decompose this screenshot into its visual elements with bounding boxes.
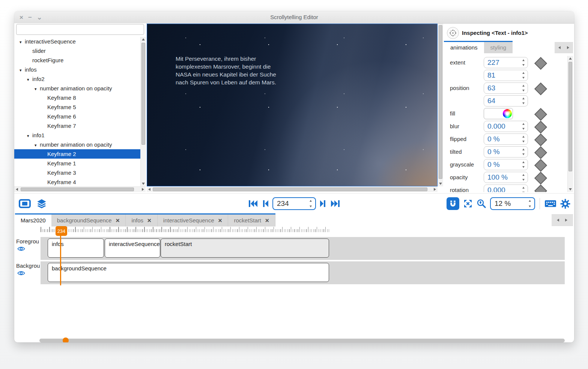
tree-item-number-animation-on-opacity[interactable]: ▾number animation on opacity bbox=[14, 84, 140, 93]
clip-rocketstart[interactable]: rocketStart bbox=[161, 238, 329, 258]
tree-item-infos[interactable]: ▾infos bbox=[14, 65, 140, 74]
property-value-input[interactable] bbox=[484, 95, 528, 106]
previous-frame-button[interactable] bbox=[262, 200, 269, 208]
timeline-tab-interactivesequence[interactable]: interactiveSequence✕ bbox=[158, 214, 229, 226]
track-lane[interactable]: infosinteractiveSequencerocketStart bbox=[41, 237, 565, 260]
minimize-icon[interactable]: − bbox=[28, 14, 32, 21]
property-value-input[interactable] bbox=[484, 184, 528, 192]
keyframe-diamond-button[interactable] bbox=[534, 134, 547, 146]
spin-up-icon[interactable] bbox=[522, 72, 525, 74]
tree-item-slider[interactable]: slider bbox=[14, 46, 140, 56]
spinner-arrows[interactable] bbox=[522, 84, 526, 92]
spinner-arrows[interactable] bbox=[522, 97, 526, 105]
timeline-tab-backgroundsequence[interactable]: backgroundSequence✕ bbox=[51, 214, 126, 226]
spinner-arrows[interactable] bbox=[522, 148, 526, 156]
stage-vertical-scrollbar[interactable] bbox=[438, 24, 443, 186]
spin-down-icon[interactable] bbox=[522, 77, 525, 79]
property-value-input[interactable] bbox=[484, 134, 528, 145]
spin-up-icon[interactable] bbox=[522, 136, 525, 138]
property-value-input[interactable] bbox=[484, 172, 528, 183]
spinner-arrows[interactable] bbox=[522, 122, 526, 130]
expand-caret-icon[interactable]: ▾ bbox=[35, 84, 40, 94]
frame-spinner-arrows[interactable] bbox=[309, 200, 313, 208]
timeline-tabs-scroll-right-icon[interactable] bbox=[565, 219, 567, 222]
keyframe-diamond-button[interactable] bbox=[534, 172, 547, 184]
tabs-scroll-right-icon[interactable] bbox=[567, 46, 569, 49]
playhead-badge[interactable]: 234 bbox=[56, 226, 67, 236]
property-value-input[interactable] bbox=[484, 82, 528, 94]
visibility-toggle[interactable] bbox=[17, 246, 25, 252]
close-tab-icon[interactable]: ✕ bbox=[147, 218, 152, 223]
close-tab-icon[interactable]: ✕ bbox=[116, 218, 120, 223]
tree-item-interactivesequence[interactable]: ▾interactiveSequence bbox=[14, 37, 140, 46]
inspector-vertical-scrollbar[interactable] bbox=[567, 56, 573, 192]
spin-up-icon[interactable] bbox=[522, 187, 525, 189]
spin-up-icon[interactable] bbox=[522, 123, 525, 125]
spinner-arrows[interactable] bbox=[522, 186, 526, 192]
skip-to-end-button[interactable] bbox=[330, 200, 341, 208]
fit-view-button[interactable] bbox=[463, 199, 473, 208]
spin-up-icon[interactable] bbox=[522, 85, 525, 87]
tree-item-keyframe-8[interactable]: Keyframe 8 bbox=[14, 93, 140, 102]
keyframe-diamond-button[interactable] bbox=[534, 159, 547, 172]
close-icon[interactable]: × bbox=[20, 14, 23, 21]
next-frame-button[interactable] bbox=[319, 200, 327, 208]
tree-item-keyframe-6[interactable]: Keyframe 6 bbox=[14, 112, 140, 121]
keyframe-diamond-button[interactable] bbox=[534, 57, 547, 70]
clip-backgroundsequence[interactable]: backgroundSequence bbox=[48, 263, 329, 282]
timeline-tab-mars2020[interactable]: Mars2020 bbox=[15, 214, 51, 226]
expand-caret-icon[interactable]: ▾ bbox=[35, 141, 40, 150]
keyframe-diamond-button[interactable] bbox=[534, 121, 547, 134]
spinner-arrows[interactable] bbox=[522, 135, 526, 143]
timeline-tab-rocketstart[interactable]: rocketStart✕ bbox=[228, 214, 275, 226]
spinner-arrows[interactable] bbox=[522, 71, 526, 80]
zoom-spinner-arrows[interactable] bbox=[528, 200, 532, 208]
fill-color-picker[interactable] bbox=[484, 108, 513, 119]
shade-icon[interactable]: ⌄ bbox=[37, 14, 42, 21]
keyframe-diamond-button[interactable] bbox=[534, 108, 547, 121]
keyframe-diamond-button[interactable] bbox=[534, 82, 547, 95]
settings-button[interactable] bbox=[560, 199, 570, 209]
spin-up-icon[interactable] bbox=[522, 161, 525, 163]
tree-item-info2[interactable]: ▾info2 bbox=[14, 74, 140, 84]
keyframe-diamond-button[interactable] bbox=[534, 146, 547, 159]
clip-interactivesequence[interactable]: interactiveSequence bbox=[105, 238, 160, 258]
property-value-input[interactable] bbox=[484, 159, 528, 170]
skip-to-start-button[interactable] bbox=[248, 200, 258, 208]
property-value-input[interactable] bbox=[484, 121, 528, 132]
slider-handle[interactable] bbox=[63, 338, 69, 342]
shortcuts-button[interactable] bbox=[544, 199, 556, 208]
stage-horizontal-scrollbar[interactable] bbox=[147, 186, 438, 192]
spin-up-icon[interactable] bbox=[522, 174, 525, 176]
spin-down-icon[interactable] bbox=[522, 141, 525, 142]
timeline-ruler[interactable] bbox=[41, 227, 329, 232]
spin-down-icon[interactable] bbox=[522, 192, 525, 192]
property-value-input[interactable] bbox=[484, 57, 528, 68]
track-lane[interactable]: backgroundSequence bbox=[41, 261, 565, 284]
snap-toggle-button[interactable] bbox=[447, 197, 459, 210]
spinner-arrows[interactable] bbox=[522, 173, 526, 182]
spin-down-icon[interactable] bbox=[522, 64, 525, 66]
tabs-scroll-left-icon[interactable] bbox=[558, 46, 561, 49]
tree-horizontal-scrollbar[interactable] bbox=[14, 186, 146, 192]
expand-caret-icon[interactable]: ▾ bbox=[27, 131, 32, 141]
property-value-input[interactable] bbox=[484, 70, 528, 81]
timeline-scroll-slider[interactable] bbox=[39, 339, 565, 342]
property-value-input[interactable] bbox=[484, 146, 528, 158]
tree-vertical-scrollbar[interactable] bbox=[140, 37, 146, 186]
playhead-line[interactable] bbox=[60, 227, 61, 285]
spinner-arrows[interactable] bbox=[522, 58, 526, 67]
spin-up-icon[interactable] bbox=[522, 148, 525, 150]
tree-item-rocketfigure[interactable]: rocketFigure bbox=[14, 56, 140, 65]
inspector-tab-styling[interactable]: styling bbox=[484, 42, 513, 53]
tree-item-keyframe-7[interactable]: Keyframe 7 bbox=[14, 121, 140, 130]
timeline-tabs-scroll-left-icon[interactable] bbox=[557, 219, 559, 222]
close-tab-icon[interactable]: ✕ bbox=[265, 218, 269, 223]
stage-view-button[interactable] bbox=[19, 199, 31, 208]
spin-up-icon[interactable] bbox=[522, 98, 525, 99]
tree-item-info1[interactable]: ▾info1 bbox=[14, 130, 140, 140]
clip-infos[interactable]: infos bbox=[48, 238, 104, 258]
titlebar[interactable]: × − ⌄ Scrollytelling Editor bbox=[14, 11, 574, 24]
tree-item-keyframe-2[interactable]: Keyframe 2 bbox=[14, 149, 140, 159]
tree-item-keyframe-4[interactable]: Keyframe 4 bbox=[14, 177, 140, 186]
